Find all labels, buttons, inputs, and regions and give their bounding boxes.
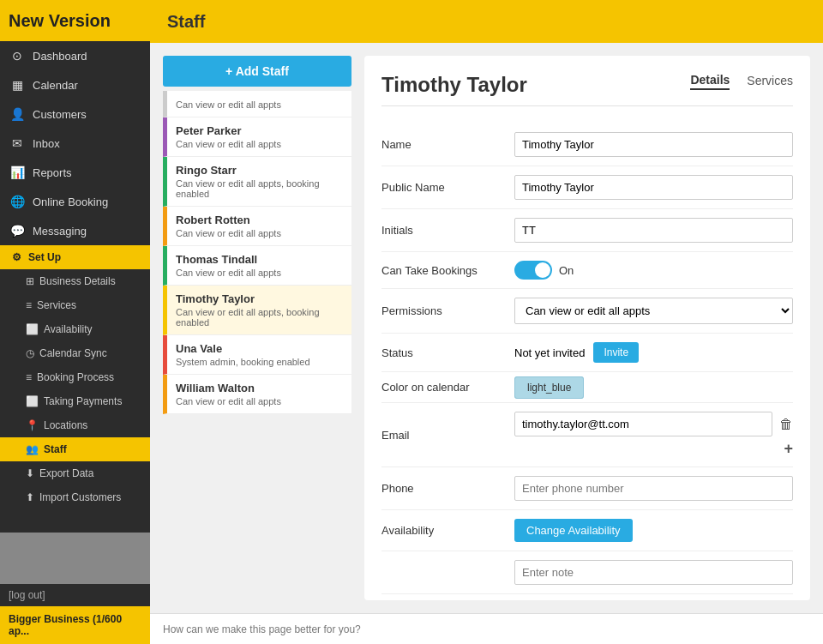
sidebar-item-label: Reports — [33, 166, 72, 179]
calendar-sync-icon: ◷ — [26, 347, 34, 359]
taking-payments-icon: ⬜ — [26, 395, 39, 407]
staff-list-panel: + Add Staff Can view or edit all appts P… — [163, 56, 351, 600]
staff-desc: Can view or edit all appts — [176, 228, 343, 238]
sidebar-item-label: Dashboard — [33, 50, 87, 63]
staff-desc: Can view or edit all appts, booking enab… — [176, 307, 343, 328]
online-booking-icon: 🌐 — [9, 195, 26, 208]
messaging-icon: 💬 — [9, 224, 26, 238]
calendar-icon: ▦ — [9, 78, 26, 92]
note-input[interactable] — [514, 560, 793, 585]
staff-list-item[interactable]: Timothy Taylor Can view or edit all appt… — [163, 286, 351, 335]
phone-value-container — [514, 476, 793, 501]
color-pill[interactable]: light_blue — [514, 376, 584, 399]
email-input[interactable] — [514, 412, 772, 436]
staff-detail-name: Timothy Taylor — [381, 73, 527, 97]
content-area: + Add Staff Can view or edit all appts P… — [150, 43, 823, 613]
staff-list-item[interactable]: Robert Rotten Can view or edit all appts — [163, 207, 351, 246]
sidebar-nav: ⊙ Dashboard ▦ Calendar 👤 Customers ✉ Inb… — [0, 41, 150, 533]
sidebar-sub-label: Export Data — [39, 467, 93, 479]
sidebar-sub-business-details[interactable]: ⊞ Business Details — [0, 269, 150, 293]
invite-button[interactable]: Invite — [593, 342, 639, 363]
staff-list-item[interactable]: William Walton Can view or edit all appt… — [163, 375, 351, 414]
color-value-container: light_blue — [514, 381, 793, 394]
name-label: Name — [381, 138, 502, 151]
feedback-input[interactable] — [163, 623, 810, 635]
sidebar-sub-label: Business Details — [39, 275, 116, 287]
initials-value-container — [514, 218, 793, 243]
field-availability-row: Availability Change Availability — [381, 510, 793, 551]
sidebar-sub-booking-process[interactable]: ≡ Booking Process — [0, 365, 150, 389]
sidebar-item-customers[interactable]: 👤 Customers — [0, 99, 150, 129]
sidebar-sub-import-customers[interactable]: ⬆ Import Customers — [0, 485, 150, 509]
add-email-icon[interactable]: + — [784, 440, 793, 457]
sidebar-sub-label: Locations — [44, 419, 87, 431]
staff-desc: Can view or edit all appts — [176, 139, 343, 149]
color-label: Color on calendar — [381, 381, 502, 394]
delete-email-icon[interactable]: 🗑 — [779, 417, 793, 432]
import-customers-icon: ⬆ — [26, 491, 34, 503]
initials-input[interactable] — [514, 218, 793, 243]
email-label: Email — [381, 429, 502, 442]
staff-name: Peter Parker — [176, 124, 343, 137]
can-take-bookings-toggle[interactable] — [514, 261, 552, 280]
staff-list-item[interactable]: Ringo Starr Can view or edit all appts, … — [163, 157, 351, 207]
staff-list-item[interactable]: Peter Parker Can view or edit all appts — [163, 117, 351, 157]
public-name-value-container — [514, 175, 793, 200]
staff-desc: Can view or edit all appts — [176, 396, 343, 406]
public-name-label: Public Name — [381, 181, 502, 194]
field-color-row: Color on calendar light_blue — [381, 372, 793, 403]
main-content: Staff + Add Staff Can view or edit all a… — [150, 0, 823, 644]
staff-list-item[interactable]: Can view or edit all appts — [163, 91, 351, 117]
field-note-row — [381, 551, 793, 594]
sidebar-sub-services[interactable]: ≡ Services — [0, 293, 150, 317]
field-name-row: Name — [381, 123, 793, 166]
status-label: Status — [381, 346, 502, 359]
sidebar-item-dashboard[interactable]: ⊙ Dashboard — [0, 41, 150, 70]
sidebar-item-messaging[interactable]: 💬 Messaging — [0, 216, 150, 245]
tab-services[interactable]: Services — [747, 74, 793, 89]
sidebar-section-setup[interactable]: ⚙ Set Up — [0, 245, 150, 269]
phone-input[interactable] — [514, 476, 793, 501]
sidebar-sub-taking-payments[interactable]: ⬜ Taking Payments — [0, 389, 150, 413]
sidebar-item-inbox[interactable]: ✉ Inbox — [0, 129, 150, 158]
staff-list-item[interactable]: Thomas Tindall Can view or edit all appt… — [163, 246, 351, 286]
sidebar-item-label: Inbox — [33, 137, 60, 150]
staff-name: Robert Rotten — [176, 214, 343, 226]
logout-link[interactable]: [log out] — [0, 584, 150, 606]
sidebar-sub-label: Taking Payments — [44, 395, 122, 407]
status-text: Not yet invited — [514, 346, 585, 359]
detail-header: Timothy Taylor Details Services — [381, 73, 793, 106]
field-phone-row: Phone — [381, 467, 793, 510]
availability-value-container: Change Availability — [514, 519, 793, 542]
detail-tabs: Details Services — [690, 73, 793, 90]
sidebar: New Version ⊙ Dashboard ▦ Calendar 👤 Cus… — [0, 0, 150, 644]
add-staff-button[interactable]: + Add Staff — [163, 56, 351, 87]
staff-list-item[interactable]: Una Vale System admin, booking enabled — [163, 335, 351, 375]
staff-scroll: Can view or edit all appts Peter Parker … — [163, 91, 351, 600]
sidebar-sub-locations[interactable]: 📍 Locations — [0, 413, 150, 437]
tab-details[interactable]: Details — [690, 73, 730, 90]
toggle-on-label: On — [559, 264, 574, 277]
permissions-value-container: Can view or edit all appts Can only view… — [514, 298, 793, 324]
sidebar-sub-calendar-sync[interactable]: ◷ Calendar Sync — [0, 341, 150, 365]
staff-detail-panel: Timothy Taylor Details Services Name Pub… — [364, 56, 810, 600]
sidebar-sub-export-data[interactable]: ⬇ Export Data — [0, 461, 150, 485]
sidebar-item-online-booking[interactable]: 🌐 Online Booking — [0, 187, 150, 216]
sidebar-item-calendar[interactable]: ▦ Calendar — [0, 70, 150, 99]
sidebar-sub-label: Calendar Sync — [39, 347, 107, 359]
sidebar-item-label: Online Booking — [33, 196, 108, 208]
email-row: 🗑 — [514, 412, 793, 436]
staff-desc: Can view or edit all appts — [176, 268, 343, 278]
plan-label[interactable]: Bigger Business (1/600 ap... — [0, 606, 150, 644]
locations-icon: 📍 — [26, 419, 39, 431]
field-status-row: Status Not yet invited Invite — [381, 334, 793, 372]
change-availability-button[interactable]: Change Availability — [514, 519, 633, 542]
field-public-name-row: Public Name — [381, 166, 793, 209]
sidebar-sub-availability[interactable]: ⬜ Availability — [0, 317, 150, 341]
sidebar-sub-staff[interactable]: 👥 Staff — [0, 437, 150, 461]
name-input[interactable] — [514, 132, 793, 157]
permissions-select[interactable]: Can view or edit all appts Can only view… — [514, 298, 793, 324]
public-name-input[interactable] — [514, 175, 793, 200]
sidebar-item-label: Messaging — [33, 225, 87, 238]
sidebar-item-reports[interactable]: 📊 Reports — [0, 158, 150, 187]
